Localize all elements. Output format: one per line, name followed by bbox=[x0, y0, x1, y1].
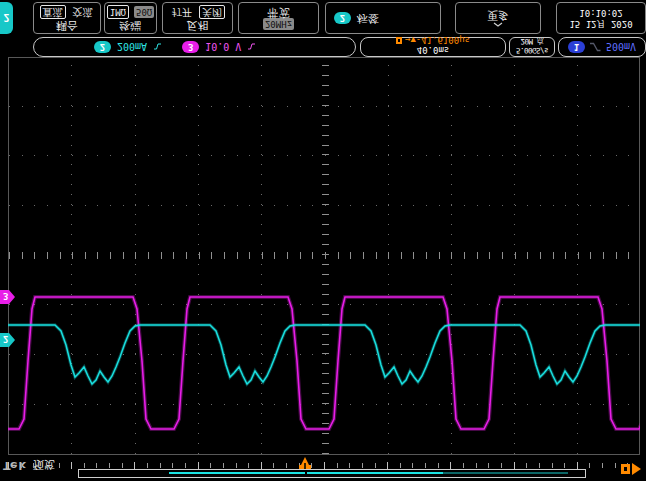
menu-label-button[interactable]: 2 标签 bbox=[325, 2, 441, 34]
bandwidth-label: 带宽 bbox=[268, 6, 290, 18]
sample-rate: 5.00GS/s bbox=[510, 46, 554, 55]
delay-readout: →▼-41.6100µs bbox=[361, 35, 505, 45]
delay-glyph-icon bbox=[396, 36, 405, 44]
ch2-waveform bbox=[8, 325, 640, 384]
record-length: 20M 点 bbox=[510, 36, 554, 46]
ch3-scale-value: 10.0 V bbox=[205, 42, 241, 53]
ch2-badge: 2 bbox=[94, 41, 111, 53]
menu-channel-tab: 2 bbox=[0, 2, 13, 34]
ch2-probe-icon bbox=[153, 43, 162, 52]
ch2-position-marker[interactable]: 2 bbox=[0, 332, 16, 348]
menu-more-button[interactable]: 更多 bbox=[455, 2, 541, 34]
date-time-display: 15 12月 2020 10:10:02 bbox=[556, 2, 646, 34]
rising-edge-icon bbox=[590, 42, 601, 52]
ch2-scale-value: 200mA bbox=[117, 42, 147, 53]
record-bar-major-ticks bbox=[8, 462, 640, 469]
trigger-t-marker[interactable] bbox=[296, 456, 314, 469]
svg-text:2: 2 bbox=[3, 334, 8, 344]
termination-option-1mohm: 1MΩ bbox=[107, 5, 129, 19]
ch3-badge: 3 bbox=[182, 41, 199, 53]
record-waveform-preview-dim bbox=[443, 472, 568, 474]
menu-bandwidth-button[interactable]: 20MHz 带宽 bbox=[238, 2, 319, 34]
date-text: 15 12月 2020 bbox=[569, 18, 632, 29]
coupling-label: 耦合 bbox=[56, 19, 78, 31]
label-channel-badge: 2 bbox=[334, 13, 351, 25]
termination-option-50ohm: 50Ω bbox=[134, 6, 154, 18]
channel-scale-readouts: 2 200mA 3 10.0 V bbox=[33, 37, 356, 57]
oscilloscope-screen-mirrored: Tek 预览 bbox=[0, 0, 646, 481]
menu-invert-button[interactable]: 反相 打开 关闭 bbox=[162, 2, 233, 34]
bandwidth-value: 20MHz bbox=[263, 18, 294, 30]
time-text: 10:10:02 bbox=[579, 7, 622, 18]
menu-termination-button[interactable]: 终端 1MΩ 50Ω bbox=[104, 2, 157, 34]
invert-option-off: 关闭 bbox=[199, 5, 225, 19]
waveform-plot bbox=[8, 57, 640, 455]
ch3-waveform bbox=[8, 297, 640, 429]
termination-label: 终端 bbox=[120, 19, 142, 31]
acquisition-readout: 5.00GS/s 20M 点 bbox=[509, 37, 555, 57]
svg-text:3: 3 bbox=[3, 291, 8, 301]
trigger-readout: 1 500mV bbox=[558, 37, 646, 57]
coupling-option-dc: 直流 bbox=[40, 5, 66, 19]
ch3-position-marker[interactable]: 3 bbox=[0, 289, 16, 305]
trigger-source-badge: 1 bbox=[568, 41, 585, 53]
invert-label: 反相 bbox=[187, 19, 209, 31]
ch3-probe-icon bbox=[247, 43, 256, 52]
trigger-position-stem bbox=[305, 470, 307, 477]
label-label: 标签 bbox=[357, 13, 379, 25]
trigger-level: 500mV bbox=[606, 42, 636, 53]
invert-option-on: 打开 bbox=[170, 6, 194, 18]
horizontal-readout: 40.0ms →▼-41.6100µs bbox=[360, 37, 506, 57]
delay-position-icon bbox=[620, 462, 644, 476]
horizontal-scale: 40.0ms bbox=[361, 45, 505, 55]
chevron-up-icon bbox=[493, 23, 503, 28]
coupling-option-ac: 交流 bbox=[71, 6, 95, 18]
record-view-bar[interactable] bbox=[78, 469, 586, 478]
menu-coupling-button[interactable]: 耦合 直流 交流 bbox=[33, 2, 101, 34]
more-label: 更多 bbox=[487, 10, 509, 22]
